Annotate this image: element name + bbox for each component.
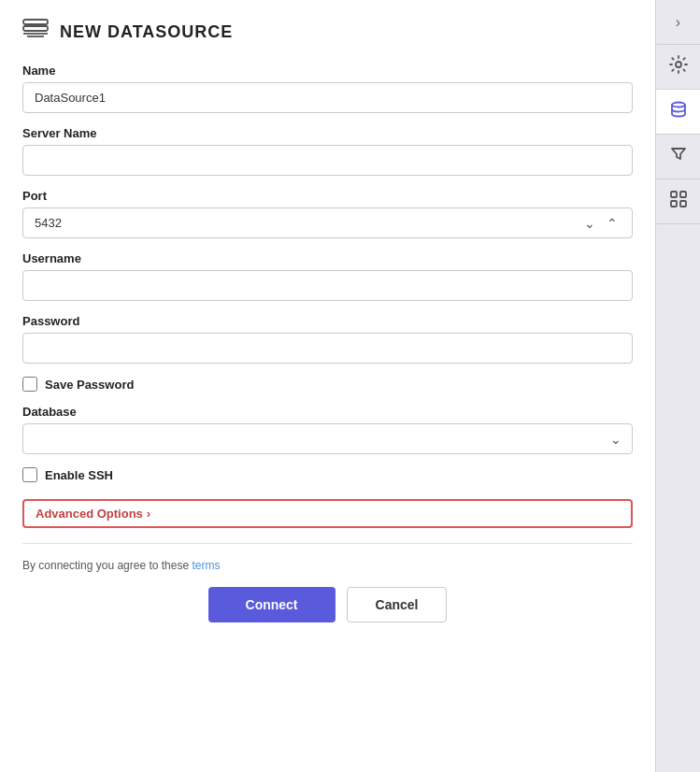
svg-rect-7	[680, 192, 686, 197]
database-wrapper: ⌄	[22, 423, 633, 454]
datasource-icon	[22, 19, 49, 45]
sidebar-item-settings-alt[interactable]	[656, 179, 700, 224]
port-input[interactable]	[22, 207, 633, 238]
sidebar-item-database[interactable]	[656, 90, 700, 135]
database-select[interactable]	[22, 423, 633, 454]
database-icon	[669, 100, 688, 123]
name-group: Name	[22, 64, 633, 113]
server-label: Server Name	[22, 126, 633, 140]
port-up-button[interactable]: ⌃	[603, 214, 621, 233]
terms-link[interactable]: terms	[192, 559, 220, 572]
chevron-right-icon: ›	[676, 14, 680, 31]
svg-rect-0	[23, 20, 48, 24]
port-group: Port ⌄ ⌃	[22, 189, 633, 238]
svg-rect-1	[23, 26, 48, 31]
port-wrapper: ⌄ ⌃	[22, 207, 633, 238]
footer-text-label: By connecting you agree to these	[22, 559, 192, 572]
sidebar-item-settings[interactable]	[656, 45, 700, 90]
advanced-options-button[interactable]: Advanced Options ›	[22, 499, 633, 528]
database-group: Database ⌄	[22, 405, 633, 454]
username-input[interactable]	[22, 270, 633, 301]
server-group: Server Name	[22, 126, 633, 176]
port-arrows: ⌄ ⌃	[580, 214, 621, 233]
page-title: NEW DATASOURCE	[60, 22, 233, 42]
svg-point-4	[676, 62, 681, 67]
save-password-checkbox[interactable]	[22, 377, 37, 392]
svg-rect-9	[680, 201, 686, 207]
username-group: Username	[22, 251, 633, 301]
footer-text: By connecting you agree to these terms	[22, 559, 633, 572]
advanced-options-chevron-icon: ›	[147, 507, 150, 521]
enable-ssh-checkbox[interactable]	[22, 467, 37, 482]
connect-button[interactable]: Connect	[208, 587, 336, 622]
port-down-button[interactable]: ⌄	[580, 214, 599, 233]
svg-rect-8	[671, 201, 677, 207]
password-input[interactable]	[22, 333, 633, 364]
name-label: Name	[22, 64, 633, 78]
filter-icon	[670, 146, 687, 167]
advanced-options-label: Advanced Options	[36, 507, 143, 521]
database-label: Database	[22, 405, 633, 419]
header: NEW DATASOURCE	[22, 19, 633, 45]
password-group: Password	[22, 314, 633, 364]
enable-ssh-label[interactable]: Enable SSH	[45, 468, 113, 482]
sidebar-item-filter[interactable]	[656, 135, 700, 179]
divider	[22, 543, 633, 544]
username-label: Username	[22, 251, 633, 265]
svg-rect-6	[671, 192, 677, 197]
name-input[interactable]	[22, 82, 633, 113]
main-panel: NEW DATASOURCE Name Server Name Port ⌄ ⌃…	[0, 0, 655, 772]
save-password-label[interactable]: Save Password	[45, 378, 134, 392]
action-buttons: Connect Cancel	[22, 587, 633, 622]
save-password-row: Save Password	[22, 377, 633, 392]
cancel-button[interactable]: Cancel	[347, 587, 448, 622]
sidebar-item-chevron[interactable]: ›	[656, 0, 700, 45]
password-label: Password	[22, 314, 633, 328]
server-input[interactable]	[22, 145, 633, 176]
enable-ssh-row: Enable SSH	[22, 467, 633, 482]
svg-point-5	[672, 103, 685, 107]
sidebar: ›	[655, 0, 700, 772]
port-label: Port	[22, 189, 633, 203]
settings-alt-icon	[669, 190, 688, 213]
gear-icon	[669, 55, 688, 79]
